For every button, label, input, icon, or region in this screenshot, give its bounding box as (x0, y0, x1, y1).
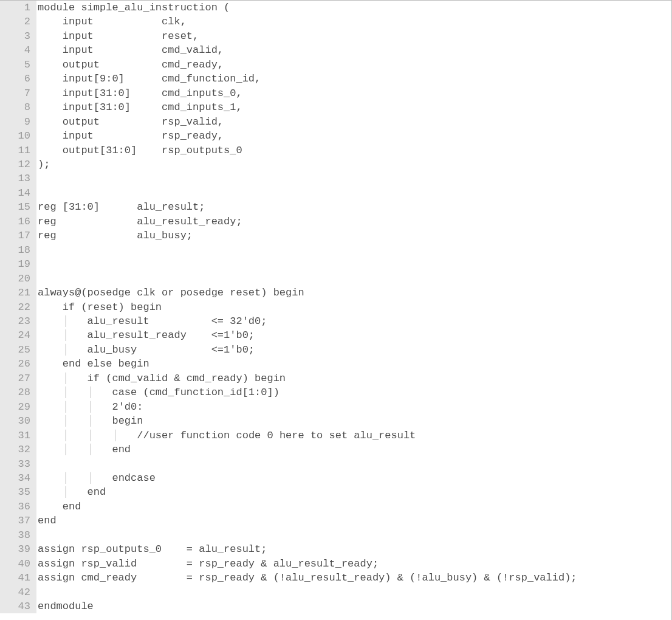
code-text: ); (36, 157, 50, 171)
code-line: 10 input rsp_ready, (0, 129, 671, 143)
code-text: input cmd_valid, (36, 43, 224, 57)
line-number: 19 (0, 257, 36, 271)
code-text: reg alu_busy; (36, 229, 193, 243)
line-number: 22 (0, 300, 36, 314)
code-line: 17reg alu_busy; (0, 229, 671, 243)
code-text (36, 171, 38, 185)
line-number: 4 (0, 43, 36, 57)
code-text: input[9:0] cmd_function_id, (36, 72, 261, 86)
code-text: end (36, 500, 81, 514)
code-text: │ │ │ //user function code 0 here to set… (36, 429, 416, 443)
code-text: │ alu_result <= 32'd0; (36, 314, 267, 328)
code-line: 20 (0, 272, 671, 286)
code-text (36, 585, 38, 599)
code-line: 1module simple_alu_instruction ( (0, 1, 671, 15)
line-number: 24 (0, 328, 36, 342)
code-text (36, 528, 38, 542)
line-number: 18 (0, 243, 36, 257)
code-text: always@(posedge clk or posedge reset) be… (36, 286, 304, 300)
line-number: 34 (0, 471, 36, 485)
line-number: 29 (0, 400, 36, 414)
code-lines-container: 1module simple_alu_instruction (2 input … (0, 1, 671, 613)
line-number: 33 (0, 457, 36, 471)
line-number: 8 (0, 100, 36, 114)
code-line: 41assign cmd_ready = rsp_ready & (!alu_r… (0, 571, 671, 585)
code-line: 13 (0, 171, 671, 185)
code-line: 18 (0, 243, 671, 257)
line-number: 42 (0, 585, 36, 599)
code-text: reg [31:0] alu_result; (36, 200, 205, 214)
code-line: 4 input cmd_valid, (0, 43, 671, 57)
code-line: 15reg [31:0] alu_result; (0, 200, 671, 214)
code-text (36, 243, 38, 257)
line-number: 37 (0, 514, 36, 528)
code-text: │ alu_result_ready <=1'b0; (36, 328, 255, 342)
line-number: 25 (0, 343, 36, 357)
code-text: input[31:0] cmd_inputs_0, (36, 86, 242, 100)
line-number: 3 (0, 29, 36, 43)
code-text: input rsp_ready, (36, 129, 224, 143)
code-text (36, 272, 38, 286)
line-number: 40 (0, 557, 36, 571)
code-line: 39assign rsp_outputs_0 = alu_result; (0, 542, 671, 556)
code-text (36, 257, 38, 271)
line-number: 27 (0, 371, 36, 385)
line-number: 36 (0, 500, 36, 514)
code-line: 36 end (0, 500, 671, 514)
line-number: 2 (0, 15, 36, 29)
code-line: 38 (0, 528, 671, 542)
code-text: endmodule (36, 599, 94, 613)
code-line: 40assign rsp_valid = rsp_ready & alu_res… (0, 557, 671, 571)
code-text: input clk, (36, 15, 187, 29)
line-number: 28 (0, 385, 36, 399)
code-line: 7 input[31:0] cmd_inputs_0, (0, 86, 671, 100)
code-line: 3 input reset, (0, 29, 671, 43)
code-line: 26 end else begin (0, 357, 671, 371)
code-text: │ alu_busy <=1'b0; (36, 343, 255, 357)
line-number: 15 (0, 200, 36, 214)
code-text: │ │ begin (36, 414, 143, 428)
line-number: 43 (0, 599, 36, 613)
code-line: 31 │ │ │ //user function code 0 here to … (0, 429, 671, 443)
code-text: input reset, (36, 29, 199, 43)
code-line: 35 │ end (0, 485, 671, 499)
line-number: 11 (0, 143, 36, 157)
code-line: 43endmodule (0, 599, 671, 613)
line-number: 17 (0, 229, 36, 243)
code-text: assign rsp_valid = rsp_ready & alu_resul… (36, 557, 379, 571)
code-text: reg alu_result_ready; (36, 215, 242, 229)
code-line: 29 │ │ 2'd0: (0, 400, 671, 414)
code-line: 22 if (reset) begin (0, 300, 671, 314)
code-line: 27 │ if (cmd_valid & cmd_ready) begin (0, 371, 671, 385)
code-text: │ │ end (36, 443, 131, 456)
line-number: 21 (0, 286, 36, 300)
code-line: 6 input[9:0] cmd_function_id, (0, 72, 671, 86)
code-line: 37end (0, 514, 671, 528)
code-line: 24 │ alu_result_ready <=1'b0; (0, 328, 671, 342)
line-number: 1 (0, 1, 36, 15)
line-number: 14 (0, 186, 36, 200)
line-number: 5 (0, 58, 36, 72)
code-line: 5 output cmd_ready, (0, 58, 671, 72)
line-number: 7 (0, 86, 36, 100)
code-text: if (reset) begin (36, 300, 162, 314)
line-number: 6 (0, 72, 36, 86)
line-number: 30 (0, 414, 36, 428)
line-number: 10 (0, 129, 36, 143)
code-text: assign cmd_ready = rsp_ready & (!alu_res… (36, 571, 577, 585)
line-number: 39 (0, 542, 36, 556)
code-line: 12); (0, 157, 671, 171)
code-text (36, 457, 38, 471)
code-line: 16reg alu_result_ready; (0, 215, 671, 229)
code-text: output[31:0] rsp_outputs_0 (36, 143, 242, 157)
code-text: │ │ 2'd0: (36, 400, 143, 414)
line-number: 38 (0, 528, 36, 542)
code-line: 21always@(posedge clk or posedge reset) … (0, 286, 671, 300)
code-text: │ if (cmd_valid & cmd_ready) begin (36, 371, 286, 385)
code-text: output cmd_ready, (36, 58, 224, 72)
code-line: 42 (0, 585, 671, 599)
code-text: │ │ endcase (36, 471, 156, 485)
code-line: 34 │ │ endcase (0, 471, 671, 485)
code-text: │ end (36, 485, 106, 499)
line-number: 41 (0, 571, 36, 585)
